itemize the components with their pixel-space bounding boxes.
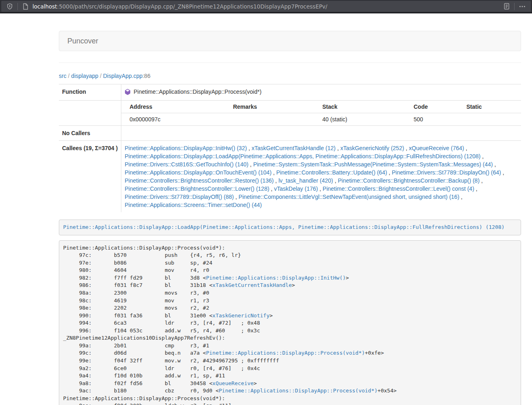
stats-table: Address Remarks Stack Code Static 0x0000… — [121, 101, 521, 125]
callee-link[interactable]: Pinetime::Controllers::Battery::Update()… — [276, 169, 387, 176]
callee-separator: , — [404, 145, 409, 151]
callee-link[interactable]: Pinetime::Controllers::BrightnessControl… — [125, 185, 269, 192]
header-static: Static — [458, 101, 521, 113]
function-table: Function Pinetime::Applications::Display… — [59, 84, 521, 212]
header-address: Address — [121, 101, 225, 113]
code-symbol-link[interactable]: xTaskGetCurrentTaskHandle — [212, 282, 292, 288]
callers-row: No Callers — [59, 126, 521, 141]
reader-mode-icon[interactable] — [501, 2, 512, 11]
breadcrumb-link[interactable]: DisplayApp.cpp — [103, 73, 142, 79]
function-name: Pinetime::Applications::DisplayApp::Proc… — [134, 88, 261, 95]
callee-separator: , — [387, 169, 392, 176]
callee-separator: , — [274, 177, 278, 184]
function-name-cell: Pinetime::Applications::DisplayApp::Proc… — [121, 84, 521, 101]
breadcrumb: src / displayapp / DisplayApp.cpp:86 — [59, 73, 521, 79]
code-symbol-link[interactable]: xTaskGenericNotify — [212, 312, 269, 319]
callee-separator: , — [247, 145, 252, 151]
callee-separator: , — [501, 169, 504, 176]
code-symbol-link[interactable]: Pinetime::Applications::DisplayApp::Init… — [206, 275, 346, 281]
callee-separator: , — [234, 194, 239, 200]
value-remarks — [225, 113, 314, 126]
header-stack: Stack — [314, 101, 405, 113]
callee-link[interactable]: Pinetime::Drivers::St7789::DisplayOn() (… — [392, 169, 501, 176]
package-icon — [125, 89, 131, 97]
url-host: localhost — [32, 3, 57, 10]
callee-link[interactable]: Pinetime::Applications::Screens::Timer::… — [125, 202, 262, 208]
callee-separator: , — [464, 145, 467, 151]
callee-link[interactable]: lv_task_handler (420) — [278, 177, 333, 184]
breadcrumb-link[interactable]: displayapp — [71, 73, 98, 79]
page-info-icon[interactable] — [20, 2, 31, 11]
more-tools-icon[interactable] — [517, 2, 528, 11]
callee-separator: , — [493, 161, 496, 168]
highlighted-callee-box: Pinetime::Applications::DisplayApp::Load… — [59, 220, 521, 235]
value-address: 0x0000097c — [121, 113, 225, 126]
no-callers-label: No Callers — [59, 126, 121, 141]
toolbar-divider — [514, 3, 515, 10]
callees-label: Callees (19, Σ=3704 ) — [59, 141, 121, 213]
callee-separator: , — [480, 153, 484, 159]
url-bar[interactable]: localhost:5000/path/src/displayapp/Displ… — [1, 1, 531, 12]
callees-row: Callees (19, Σ=3704 ) Pinetime::Applicat… — [59, 141, 521, 213]
code-symbol-link[interactable]: Pinetime::Applications::DisplayApp::Proc… — [219, 388, 377, 394]
disassembly-block: Pinetime::Applications::DisplayApp::Proc… — [59, 240, 521, 405]
breadcrumb-link[interactable]: src — [59, 73, 67, 79]
navbar: Puncover — [59, 31, 521, 51]
function-label: Function — [59, 84, 121, 101]
callee-link[interactable]: Pinetime::Controllers::BrightnessControl… — [125, 177, 274, 184]
value-code: 500 — [405, 113, 458, 126]
callee-separator: , — [318, 185, 323, 192]
callee-link[interactable]: xTaskGenericNotify (252) — [340, 145, 404, 151]
url-text[interactable]: localhost:5000/path/src/displayapp/Displ… — [32, 3, 501, 10]
callee-link[interactable]: Pinetime::Components::LittleVgl::SetNewT… — [239, 194, 459, 200]
callee-link[interactable]: Pinetime::System::SystemTask::PushMessag… — [253, 161, 493, 168]
header-code: Code — [405, 101, 458, 113]
stats-row: Address Remarks Stack Code Static 0x0000… — [59, 101, 521, 126]
breadcrumb-separator: / — [67, 73, 71, 79]
value-static — [458, 113, 521, 126]
value-stack: 40 (static) — [314, 113, 405, 126]
callee-separator: , — [459, 194, 463, 200]
callee-separator: , — [271, 169, 276, 176]
callee-separator: , — [336, 145, 340, 151]
breadcrumb-separator: / — [98, 73, 103, 79]
page-container: Puncover src / displayapp / DisplayApp.c… — [59, 31, 521, 405]
code-symbol-link[interactable]: xQueueReceive — [212, 380, 254, 386]
callee-link[interactable]: Pinetime::Drivers::Cst816S::GetTouchInfo… — [125, 161, 248, 168]
header-remarks: Remarks — [225, 101, 314, 113]
highlighted-callee-link[interactable]: Pinetime::Applications::DisplayApp::Load… — [63, 224, 505, 230]
brand-link[interactable]: Puncover — [59, 37, 106, 45]
shield-icon[interactable] — [4, 2, 15, 11]
callee-link[interactable]: xTaskGetCurrentTaskHandle (12) — [252, 145, 336, 151]
code-symbol-link[interactable]: Pinetime::Applications::DisplayApp::Proc… — [206, 350, 365, 356]
callee-separator: , — [269, 185, 274, 192]
callee-link[interactable]: Pinetime::Applications::DisplayApp::OnTo… — [125, 169, 271, 176]
callee-link[interactable]: Pinetime::Controllers::BrightnessControl… — [323, 185, 474, 192]
callee-link[interactable]: Pinetime::Applications::DisplayApp::Load… — [125, 153, 480, 159]
callee-link[interactable]: vTaskDelay (176) — [274, 185, 318, 192]
callee-separator: , — [333, 177, 338, 184]
callee-link[interactable]: xQueueReceive (764) — [409, 145, 464, 151]
callees-cell: Pinetime::Applications::DisplayApp::Init… — [121, 141, 521, 213]
url-divider — [17, 3, 18, 10]
callee-separator: , — [480, 177, 483, 184]
callee-separator: , — [248, 161, 253, 168]
browser-toolbar: localhost:5000/path/src/displayapp/Displ… — [0, 0, 532, 13]
callee-link[interactable]: Pinetime::Drivers::St7789::DisplayOff() … — [125, 194, 234, 200]
callee-link[interactable]: Pinetime::Controllers::BrightnessControl… — [338, 177, 479, 184]
stats-cell: Address Remarks Stack Code Static 0x0000… — [121, 101, 521, 126]
callers-cell — [121, 126, 521, 141]
url-path: :5000/path/src/displayapp/DisplayApp.cpp… — [57, 3, 327, 10]
breadcrumb-line-number: :86 — [142, 73, 150, 79]
divider-rule — [59, 62, 521, 63]
callee-link[interactable]: Pinetime::Applications::DisplayApp::Init… — [125, 145, 247, 151]
callee-separator: , — [474, 185, 478, 192]
function-row: Function Pinetime::Applications::Display… — [59, 84, 521, 101]
stats-label-spacer — [59, 101, 121, 126]
